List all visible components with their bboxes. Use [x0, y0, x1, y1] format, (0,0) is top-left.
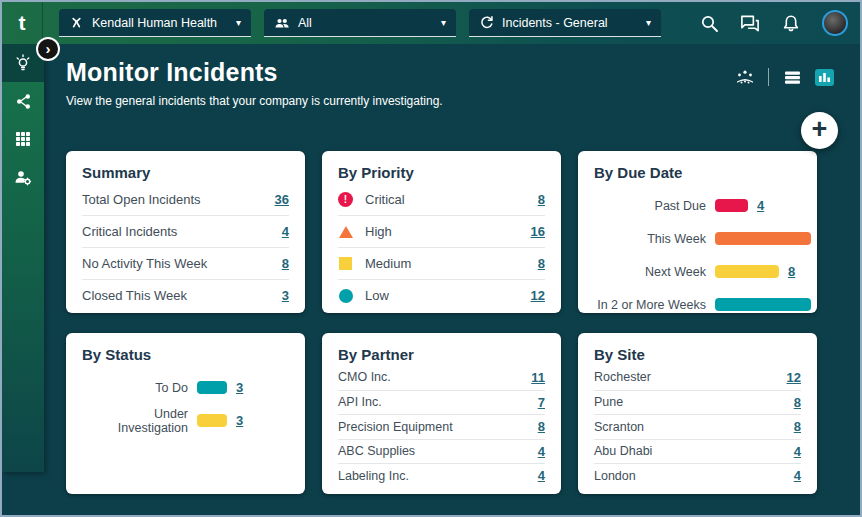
card-title: By Partner	[338, 346, 545, 363]
due-date-bars: Past Due 4 This Week 12 Next Week 8	[594, 189, 801, 313]
site-row: Pune 8	[594, 390, 801, 415]
summary-value-link[interactable]: 36	[275, 192, 289, 207]
priority-value-link[interactable]: 16	[531, 224, 545, 239]
page-subtitle: View the general incidents that your com…	[66, 94, 817, 108]
chart-view-icon[interactable]	[815, 69, 834, 86]
chat-icon[interactable]	[740, 13, 760, 33]
partner-value-link[interactable]: 11	[531, 370, 545, 385]
by-status-card: By Status To Do 3 Under Investigation 3	[66, 333, 305, 494]
company-select[interactable]: Kendall Human Health ▾	[59, 9, 251, 37]
topbar-actions	[699, 10, 848, 36]
card-title: By Status	[82, 346, 289, 363]
site-row: Abu Dhabi 4	[594, 439, 801, 464]
site-row: London 4	[594, 463, 801, 488]
chevron-down-icon: ▾	[441, 17, 446, 28]
company-select-value: Kendall Human Health	[92, 16, 217, 30]
user-settings-icon	[14, 169, 32, 186]
summary-row: No Activity This Week 8	[82, 247, 289, 279]
site-row: Rochester 12	[594, 365, 801, 390]
due-date-bar	[715, 265, 779, 278]
medium-square-icon	[339, 257, 352, 270]
site-value-link[interactable]: 8	[794, 395, 801, 410]
sidebar-item-share[interactable]	[2, 82, 44, 120]
status-row: To Do 3	[82, 371, 289, 404]
status-row: Under Investigation 3	[82, 404, 289, 437]
card-title: By Site	[594, 346, 801, 363]
priority-value-link[interactable]: 8	[538, 256, 545, 271]
site-value-link[interactable]: 4	[794, 468, 801, 483]
status-value-link[interactable]: 3	[236, 380, 243, 395]
partner-row: Labeling Inc. 4	[338, 463, 545, 488]
sync-icon	[479, 15, 494, 30]
priority-value-link[interactable]: 8	[538, 192, 545, 207]
summary-card: Summary Total Open Incidents 36 Critical…	[66, 151, 305, 313]
summary-row: Critical Incidents 4	[82, 215, 289, 247]
priority-value-link[interactable]: 12	[531, 288, 545, 303]
due-date-value-link[interactable]: 4	[757, 198, 764, 213]
partner-row: Precision Equipment 8	[338, 414, 545, 439]
topbar-selects: Kendall Human Health ▾ All ▾ Incidents -…	[59, 9, 661, 37]
site-row: Scranton 8	[594, 414, 801, 439]
search-icon[interactable]	[699, 13, 719, 33]
priority-row: High 16	[338, 215, 545, 247]
due-date-value-link[interactable]: 8	[788, 264, 795, 279]
summary-row: Closed This Week 3	[82, 279, 289, 311]
by-site-card: By Site Rochester 12 Pune 8 Scranton 8 A…	[578, 333, 817, 494]
partner-value-link[interactable]: 4	[538, 468, 545, 483]
audience-icon[interactable]	[735, 68, 755, 86]
list-view-icon[interactable]	[782, 68, 802, 86]
main-content: Monitor Incidents View the general incid…	[44, 44, 860, 515]
cards-grid: Summary Total Open Incidents 36 Critical…	[66, 151, 817, 494]
due-date-row: In 2 or More Weeks 12	[594, 288, 801, 313]
partner-row: ABC Supplies 4	[338, 439, 545, 464]
user-avatar[interactable]	[822, 10, 848, 36]
chevron-down-icon: ▾	[646, 17, 651, 28]
status-value-link[interactable]: 3	[236, 413, 243, 428]
top-bar: t Kendall Human Health ▾ All ▾	[2, 2, 860, 44]
app-window: t Kendall Human Health ▾ All ▾	[0, 0, 862, 517]
priority-row: Low 12	[338, 279, 545, 311]
apps-grid-icon	[15, 131, 31, 147]
sidebar-expand-button[interactable]: ›	[36, 37, 60, 61]
card-title: By Priority	[338, 164, 545, 181]
site-value-link[interactable]: 4	[794, 444, 801, 459]
due-date-row: This Week 12	[594, 222, 801, 255]
high-triangle-icon	[339, 226, 353, 238]
due-date-row: Next Week 8	[594, 255, 801, 288]
notifications-icon[interactable]	[781, 13, 801, 33]
status-bar	[197, 381, 227, 394]
site-value-link[interactable]: 12	[787, 370, 801, 385]
due-date-bar	[715, 298, 811, 311]
priority-row: Medium 8	[338, 247, 545, 279]
partner-value-link[interactable]: 7	[538, 395, 545, 410]
summary-value-link[interactable]: 4	[282, 224, 289, 239]
dashboard-view-value: Incidents - General	[502, 16, 608, 30]
partner-value-link[interactable]: 8	[538, 419, 545, 434]
card-title: By Due Date	[594, 164, 801, 181]
sidebar-rail	[2, 44, 44, 515]
due-date-row: Past Due 4	[594, 189, 801, 222]
card-title: Summary	[82, 164, 289, 181]
due-date-bar	[715, 199, 748, 212]
by-due-date-card: By Due Date Past Due 4 This Week 12 Next…	[578, 151, 817, 313]
partner-value-link[interactable]: 4	[538, 444, 545, 459]
view-toggle-divider	[768, 68, 769, 86]
by-partner-card: By Partner CMO Inc. 11 API Inc. 7 Precis…	[322, 333, 561, 494]
site-value-link[interactable]: 8	[794, 419, 801, 434]
sidebar-item-apps[interactable]	[2, 120, 44, 158]
lightbulb-icon	[14, 54, 32, 72]
critical-error-icon: !	[338, 192, 353, 207]
partner-row: API Inc. 7	[338, 390, 545, 415]
partner-row: CMO Inc. 11	[338, 365, 545, 390]
priority-row: !Critical 8	[338, 183, 545, 215]
share-network-icon	[15, 93, 32, 110]
chevron-down-icon: ▾	[236, 17, 241, 28]
low-circle-icon	[339, 289, 353, 303]
summary-value-link[interactable]: 3	[282, 288, 289, 303]
by-priority-card: By Priority !Critical 8 High 16 Medium 8…	[322, 151, 561, 313]
sidebar-item-user-admin[interactable]	[2, 158, 44, 196]
scope-select[interactable]: All ▾	[264, 9, 456, 37]
summary-value-link[interactable]: 8	[282, 256, 289, 271]
add-incident-button[interactable]: +	[801, 112, 838, 149]
dashboard-view-select[interactable]: Incidents - General ▾	[469, 9, 661, 37]
